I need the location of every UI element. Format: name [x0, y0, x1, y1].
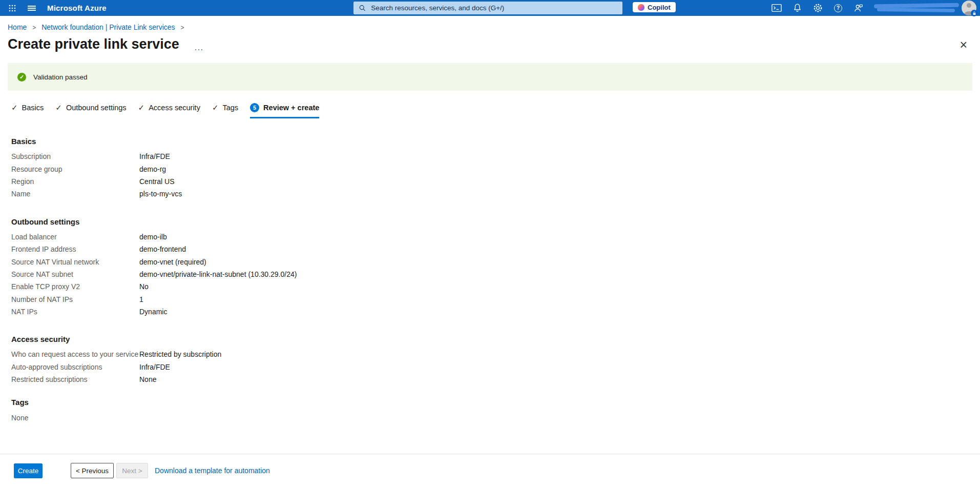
- breadcrumb-home-link[interactable]: Home: [8, 23, 27, 31]
- validation-banner: ✓ Validation passed: [8, 63, 972, 91]
- review-row: Source NAT Virtual network demo-vnet (re…: [11, 255, 980, 268]
- topbar-icon-group: ?: [766, 0, 869, 16]
- review-row: Who can request access to your service R…: [11, 348, 980, 360]
- redacted-account-info: [874, 3, 961, 14]
- review-content: Basics Subscription Infra/FDE Resource g…: [0, 137, 980, 424]
- review-row: Frontend IP address demo-frontend: [11, 243, 980, 255]
- field-label: Who can request access to your service: [11, 350, 139, 358]
- account-avatar[interactable]: [962, 1, 976, 15]
- section-tags: Tags None: [11, 398, 980, 423]
- check-icon: ✓: [55, 103, 62, 112]
- field-label: Restricted subscriptions: [11, 375, 139, 383]
- field-value: demo-rg: [139, 165, 166, 173]
- step-number-badge: 5: [250, 103, 259, 112]
- next-button[interactable]: Next >: [116, 463, 148, 478]
- breadcrumb-parent-link[interactable]: Network foundation | Private Link servic…: [41, 23, 175, 31]
- tab-label: Tags: [222, 104, 238, 112]
- previous-button[interactable]: < Previous: [71, 463, 114, 478]
- global-search: [353, 2, 622, 14]
- field-label: NAT IPs: [11, 308, 139, 316]
- section-access-security: Access security Who can request access t…: [11, 335, 980, 385]
- breadcrumb-separator: >: [177, 24, 187, 31]
- tab-tags[interactable]: ✓ Tags: [212, 103, 238, 118]
- field-value: Infra/FDE: [139, 363, 170, 371]
- tab-basics[interactable]: ✓ Basics: [11, 103, 44, 118]
- notifications-bell-icon: [793, 3, 802, 13]
- copilot-icon: [638, 4, 644, 11]
- field-label: Subscription: [11, 152, 139, 160]
- field-label: Number of NAT IPs: [11, 295, 139, 303]
- field-label: Enable TCP proxy V2: [11, 282, 139, 291]
- azure-home-link[interactable]: Microsoft Azure: [47, 0, 107, 16]
- hamburger-icon: [28, 5, 36, 12]
- field-value: No: [139, 282, 149, 291]
- lock-badge-icon: [971, 10, 977, 16]
- section-title: Basics: [11, 137, 980, 146]
- section-title: Access security: [11, 335, 980, 343]
- tab-access-security[interactable]: ✓ Access security: [138, 103, 200, 118]
- field-value: demo-vnet/private-link-nat-subnet (10.30…: [139, 270, 297, 278]
- page-title: Create private link service: [8, 36, 179, 52]
- field-label: Source NAT Virtual network: [11, 258, 139, 266]
- tab-outbound-settings[interactable]: ✓ Outbound settings: [55, 103, 126, 118]
- section-outbound-settings: Outbound settings Load balancer demo-ilb…: [11, 217, 980, 318]
- review-row: Number of NAT IPs 1: [11, 293, 980, 306]
- section-title: Tags: [11, 398, 980, 407]
- wizard-tab-bar: ✓ Basics ✓ Outbound settings ✓ Access se…: [0, 91, 980, 118]
- field-value: None: [139, 375, 156, 383]
- download-template-link[interactable]: Download a template for automation: [155, 466, 270, 475]
- field-value: Restricted by subscription: [139, 350, 221, 358]
- more-options-button[interactable]: ...: [195, 45, 204, 50]
- field-label: Resource group: [11, 165, 139, 173]
- field-label: Frontend IP address: [11, 245, 139, 253]
- portal-menu-button[interactable]: [24, 0, 40, 16]
- wizard-footer: Create < Previous Next > Download a temp…: [0, 454, 980, 487]
- global-search-input[interactable]: [370, 4, 617, 12]
- tab-label: Basics: [22, 104, 44, 112]
- app-launcher-button[interactable]: [3, 0, 22, 16]
- field-label: Source NAT subnet: [11, 270, 139, 278]
- check-icon: ✓: [11, 103, 18, 112]
- azure-top-bar: Microsoft Azure Copilot: [0, 0, 980, 16]
- review-row: Auto-approved subscriptions Infra/FDE: [11, 361, 980, 373]
- review-row: NAT IPs Dynamic: [11, 306, 980, 318]
- review-row: Enable TCP proxy V2 No: [11, 280, 980, 293]
- close-button[interactable]: ×: [960, 39, 967, 50]
- field-value: demo-ilb: [139, 233, 167, 241]
- settings-button[interactable]: [807, 0, 828, 16]
- breadcrumb: Home > Network foundation | Private Link…: [0, 16, 980, 31]
- copilot-button[interactable]: Copilot: [633, 2, 676, 12]
- waffle-icon: [9, 5, 16, 12]
- field-value: 1: [139, 295, 143, 303]
- validation-message: Validation passed: [33, 73, 88, 81]
- field-value: demo-vnet (required): [139, 258, 206, 266]
- copilot-label: Copilot: [648, 4, 671, 11]
- section-basics: Basics Subscription Infra/FDE Resource g…: [11, 137, 980, 200]
- cloud-shell-icon: [772, 4, 782, 12]
- tab-review-create[interactable]: 5 Review + create: [250, 103, 319, 118]
- section-title: Outbound settings: [11, 217, 980, 226]
- create-button[interactable]: Create: [14, 463, 43, 478]
- field-value: demo-frontend: [139, 245, 186, 253]
- breadcrumb-separator: >: [29, 24, 39, 31]
- search-icon: [359, 4, 366, 12]
- notifications-button[interactable]: [787, 0, 807, 16]
- page-header: Create private link service ...: [0, 31, 980, 52]
- cloud-shell-button[interactable]: [766, 0, 787, 16]
- success-check-icon: ✓: [17, 73, 26, 82]
- tags-empty-value: None: [11, 411, 980, 423]
- tab-label: Review + create: [263, 104, 319, 112]
- field-label: Region: [11, 177, 139, 186]
- field-label: Auto-approved subscriptions: [11, 363, 139, 371]
- help-icon: ?: [834, 4, 842, 12]
- review-row: Name pls-to-my-vcs: [11, 188, 980, 200]
- field-value: Central US: [139, 177, 174, 186]
- review-row: Resource group demo-rg: [11, 163, 980, 175]
- check-icon: ✓: [212, 103, 219, 112]
- review-row: Region Central US: [11, 175, 980, 188]
- check-icon: ✓: [138, 103, 145, 112]
- field-value: Dynamic: [139, 308, 167, 316]
- feedback-button[interactable]: [848, 0, 869, 16]
- review-row: Source NAT subnet demo-vnet/private-link…: [11, 268, 980, 280]
- help-button[interactable]: ?: [828, 0, 848, 16]
